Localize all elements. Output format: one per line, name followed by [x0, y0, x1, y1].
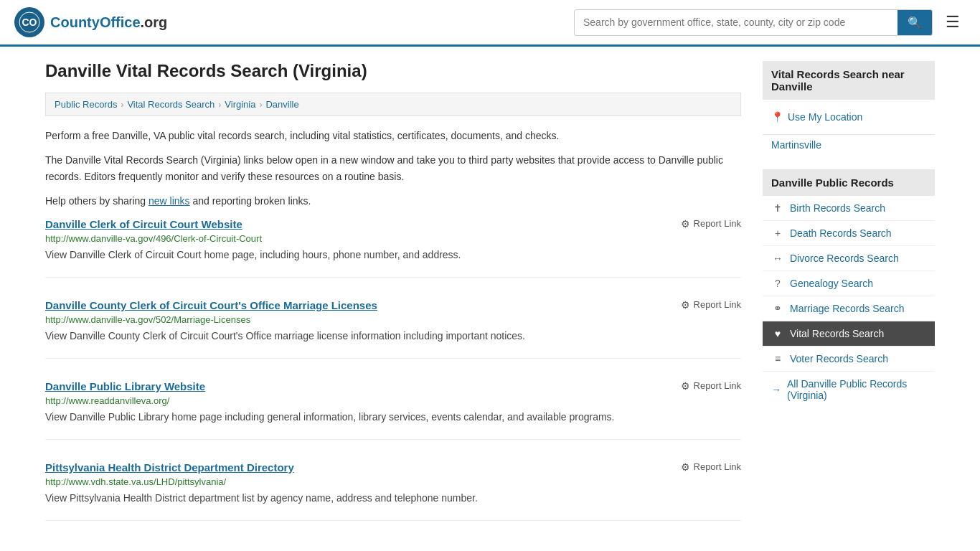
menu-button[interactable]: ☰ [940, 10, 966, 34]
result-url: http://www.vdh.state.va.us/LHD/pittsylva… [45, 476, 741, 487]
record-label: Death Records Search [790, 227, 892, 239]
record-label: Genealogy Search [790, 278, 873, 289]
result-description: View Danville Clerk of Circuit Court hom… [45, 248, 741, 263]
result-item: Danville County Clerk of Circuit Court's… [45, 299, 741, 359]
report-link-button[interactable]: ⚙ Report Link [681, 218, 741, 230]
sidebar-record-item-death-records-search[interactable]: + Death Records Search [763, 221, 935, 246]
header: CO CountyOffice.org 🔍 ☰ [0, 0, 980, 47]
page-title: Danville Vital Records Search (Virginia) [45, 61, 741, 81]
sidebar-record-item-marriage-records-search[interactable]: ⚭ Marriage Records Search [763, 296, 935, 321]
result-item: Pittsylvania Health District Department … [45, 461, 741, 521]
sidebar-records-header: Danville Public Records [763, 169, 935, 196]
logo-area: CO CountyOffice.org [14, 7, 167, 37]
result-title-link[interactable]: Danville Public Library Website [45, 380, 205, 392]
main-container: Danville Vital Records Search (Virginia)… [24, 47, 956, 551]
logo-text: CountyOffice.org [50, 14, 167, 31]
result-title-row: Danville Clerk of Circuit Court Website … [45, 218, 741, 230]
result-description: View Danville County Clerk of Circuit Co… [45, 329, 741, 344]
record-icon: ✝ [771, 202, 784, 214]
record-icon: ≡ [771, 353, 784, 364]
content-area: Danville Vital Records Search (Virginia)… [45, 61, 741, 542]
report-link-label: Report Link [694, 299, 741, 310]
sidebar-record-item-divorce-records-search[interactable]: ↔ Divorce Records Search [763, 246, 935, 271]
sidebar-records-section: Danville Public Records ✝ Birth Records … [763, 169, 935, 408]
breadcrumb-vital-records[interactable]: Vital Records Search [127, 99, 215, 110]
record-icon: ? [771, 278, 784, 289]
report-link-button[interactable]: ⚙ Report Link [681, 380, 741, 392]
result-description: View Pittsylvania Health District depart… [45, 491, 741, 506]
all-records-link[interactable]: → All Danville Public Records (Virginia) [763, 372, 935, 408]
description-2: The Danville Vital Records Search (Virgi… [45, 152, 741, 184]
report-link-label: Report Link [694, 380, 741, 391]
breadcrumb-sep-2: › [218, 100, 221, 110]
record-icon: ↔ [771, 253, 784, 264]
results-container: Danville Clerk of Circuit Court Website … [45, 218, 741, 521]
search-button[interactable]: 🔍 [897, 10, 932, 35]
logo-icon: CO [14, 7, 44, 37]
report-link-icon: ⚙ [681, 218, 690, 230]
report-link-label: Report Link [694, 218, 741, 229]
record-label: Birth Records Search [790, 202, 885, 214]
result-title-link[interactable]: Pittsylvania Health District Department … [45, 461, 294, 474]
result-title-row: Danville Public Library Website ⚙ Report… [45, 380, 741, 392]
result-title-link[interactable]: Danville Clerk of Circuit Court Website [45, 218, 242, 230]
sidebar-record-item-genealogy-search[interactable]: ? Genealogy Search [763, 271, 935, 296]
search-bar: 🔍 [574, 9, 933, 36]
use-my-location-link[interactable]: 📍 Use My Location [763, 107, 935, 127]
location-icon: 📍 [771, 111, 783, 123]
record-label: Voter Records Search [790, 353, 888, 364]
record-label: Divorce Records Search [790, 253, 899, 264]
result-title-link[interactable]: Danville County Clerk of Circuit Court's… [45, 299, 377, 311]
report-link-icon: ⚙ [681, 380, 690, 392]
logo-name-text: CountyOffice [50, 14, 141, 30]
use-location-label: Use My Location [788, 111, 862, 123]
breadcrumb-virginia[interactable]: Virginia [225, 99, 255, 110]
desc3-prefix: Help others by sharing [45, 195, 149, 207]
result-item: Danville Public Library Website ⚙ Report… [45, 380, 741, 440]
search-input[interactable] [575, 11, 897, 34]
header-right: 🔍 ☰ [574, 9, 966, 36]
result-url: http://www.readdanvilleva.org/ [45, 395, 741, 406]
breadcrumb-danville[interactable]: Danville [265, 99, 298, 110]
record-icon: + [771, 227, 784, 239]
sidebar: Vital Records Search near Danville 📍 Use… [763, 61, 935, 542]
breadcrumb-sep-1: › [121, 100, 123, 110]
report-link-button[interactable]: ⚙ Report Link [681, 461, 741, 473]
breadcrumb-public-records[interactable]: Public Records [55, 99, 117, 110]
result-url: http://www.danville-va.gov/502/Marriage-… [45, 314, 741, 325]
sidebar-location: 📍 Use My Location [763, 100, 935, 135]
record-icon: ⚭ [771, 303, 784, 314]
result-description: View Danville Public Library home page i… [45, 410, 741, 425]
sidebar-nearby-section: Vital Records Search near Danville 📍 Use… [763, 61, 935, 155]
record-label: Marriage Records Search [790, 303, 905, 314]
result-url: http://www.danville-va.gov/496/Clerk-of-… [45, 233, 741, 244]
breadcrumb-sep-3: › [259, 100, 262, 110]
sidebar-records-list: ✝ Birth Records Search + Death Records S… [763, 196, 935, 372]
record-icon: ♥ [771, 328, 784, 339]
desc3-suffix: and reporting broken links. [190, 195, 311, 207]
description-3: Help others by sharing new links and rep… [45, 193, 741, 209]
sidebar-nearby-header: Vital Records Search near Danville [763, 61, 935, 100]
report-link-button[interactable]: ⚙ Report Link [681, 299, 741, 311]
sidebar-record-item-voter-records-search[interactable]: ≡ Voter Records Search [763, 347, 935, 372]
result-title-row: Danville County Clerk of Circuit Court's… [45, 299, 741, 311]
report-link-label: Report Link [694, 461, 741, 472]
result-item: Danville Clerk of Circuit Court Website … [45, 218, 741, 278]
record-label: Vital Records Search [790, 328, 884, 339]
sidebar-record-item-birth-records-search[interactable]: ✝ Birth Records Search [763, 196, 935, 221]
logo-suffix-text: .org [141, 14, 168, 30]
new-links-link[interactable]: new links [149, 195, 190, 207]
svg-text:CO: CO [22, 17, 37, 28]
breadcrumb: Public Records › Vital Records Search › … [45, 93, 741, 116]
all-records-arrow: → [771, 384, 781, 395]
report-link-icon: ⚙ [681, 461, 690, 473]
sidebar-record-item-vital-records-search[interactable]: ♥ Vital Records Search [763, 321, 935, 347]
description-1: Perform a free Danville, VA public vital… [45, 128, 741, 143]
nearby-city-link[interactable]: Martinsville [763, 135, 935, 155]
report-link-icon: ⚙ [681, 299, 690, 311]
result-title-row: Pittsylvania Health District Department … [45, 461, 741, 474]
all-records-label: All Danville Public Records (Virginia) [787, 378, 926, 401]
